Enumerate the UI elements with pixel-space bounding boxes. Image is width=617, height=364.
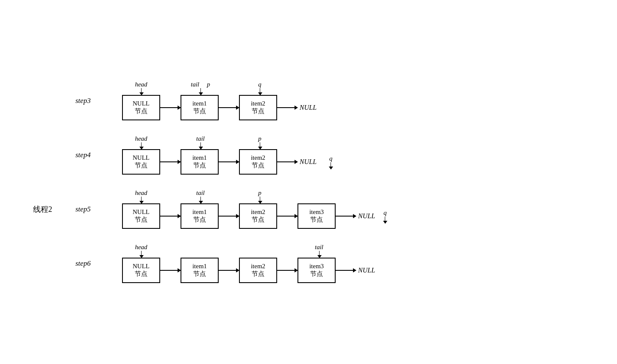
- step5-node0-top: NULL: [133, 208, 150, 216]
- step6-arrow1: [219, 270, 239, 271]
- step4-node0-bot: 节点: [135, 161, 147, 169]
- step6-tail-ptr: tail: [315, 244, 323, 251]
- step3-row: step3 head tail p: [122, 81, 563, 120]
- step5-end-null: NULL: [358, 212, 375, 220]
- step3-node1: item1 节点: [181, 95, 219, 120]
- step5-node2-bot: 节点: [252, 216, 264, 224]
- step4-node1: item1 节点: [181, 149, 219, 175]
- step5-node1-bot: 节点: [193, 216, 206, 224]
- step4-label: step4: [75, 151, 91, 159]
- step4-arrow1: [219, 161, 239, 162]
- step5-node0-bot: 节点: [135, 216, 147, 224]
- step6-row: step6 head tail: [122, 244, 563, 283]
- step4-node1-bot: 节点: [193, 161, 206, 169]
- step6-node0: NULL 节点: [122, 258, 160, 283]
- step4-head-ptr: head: [135, 135, 147, 142]
- step6-arrow3: [336, 270, 356, 271]
- step6-arrow0: [160, 270, 181, 271]
- step3-p-ptr: p: [207, 81, 210, 88]
- step5-arrow3: [336, 216, 356, 217]
- step3-node2-top: item2: [251, 100, 265, 107]
- step5-node3-top: item3: [309, 208, 324, 216]
- step6-node1: item1 节点: [181, 258, 219, 283]
- step4-arrow2: [277, 161, 297, 162]
- step3-node0: NULL 节点: [122, 95, 160, 120]
- step6-node1-bot: 节点: [193, 270, 206, 278]
- step6-node2: item2 节点: [239, 258, 277, 283]
- step3-end-null: NULL: [300, 104, 317, 111]
- step4-end-null: NULL: [300, 158, 317, 166]
- step6-label: step6: [75, 259, 91, 268]
- step3-arrow1: [219, 107, 239, 108]
- step5-node1-top: item1: [192, 208, 207, 216]
- thread2-label: 线程2: [33, 204, 52, 214]
- step6-node1-top: item1: [192, 263, 207, 270]
- step6-node3-top: item3: [309, 263, 324, 270]
- step5-arrow1: [219, 216, 239, 217]
- step3-label: step3: [75, 97, 91, 105]
- step6-head-ptr: head: [135, 244, 147, 251]
- step3-node2-bot: 节点: [252, 107, 264, 115]
- step5-p-ptr: p: [258, 189, 261, 197]
- step5-chain: NULL 节点 item1 节点 item2 节点 item3 节点: [122, 203, 563, 229]
- step6-node0-bot: 节点: [135, 270, 147, 278]
- step5-node2-top: item2: [251, 208, 265, 216]
- step6-arrow2: [277, 270, 297, 271]
- step6-node2-top: item2: [251, 263, 265, 270]
- step3-tail-ptr: tail: [191, 81, 199, 88]
- step4-node2-top: item2: [251, 154, 265, 161]
- step3-arrow0: [160, 107, 181, 108]
- step5-node0: NULL 节点: [122, 203, 160, 229]
- step3-head-ptr: head: [135, 81, 147, 88]
- step6-node3: item3 节点: [297, 258, 336, 283]
- step6-node3-bot: 节点: [310, 270, 323, 278]
- step5-node3: item3 节点: [297, 203, 336, 229]
- step4-arrow0: [160, 161, 181, 162]
- step4-node0-top: NULL: [133, 154, 150, 161]
- step5-q-ptr: q: [384, 209, 387, 217]
- step5-head-ptr: head: [135, 189, 147, 197]
- step5-tail-ptr: tail: [196, 189, 205, 197]
- step5-label: step5: [75, 205, 91, 214]
- step5-node2: item2 节点: [239, 203, 277, 229]
- step3-node1-top: item1: [192, 100, 207, 107]
- step3-node0-bot: 节点: [135, 107, 147, 115]
- step4-q-float: q: [329, 155, 333, 169]
- step6-end-null: NULL: [358, 267, 375, 274]
- step3-q-ptr: q: [258, 81, 261, 88]
- step5-arrow2: [277, 216, 297, 217]
- step5-row: step5 线程2 head tail p: [122, 189, 563, 229]
- step3-node1-bot: 节点: [193, 107, 206, 115]
- step6-chain: NULL 节点 item1 节点 item2 节点 item3 节点: [122, 258, 563, 283]
- step4-row: step4 head tail p: [122, 135, 563, 175]
- step3-node2: item2 节点: [239, 95, 277, 120]
- step3-chain: NULL 节点 item1 节点 item2 节点 NULL: [122, 95, 563, 120]
- step4-q-ptr: q: [329, 155, 333, 162]
- step3-node0-top: NULL: [133, 100, 150, 107]
- step6-node2-bot: 节点: [252, 270, 264, 278]
- step5-q-float: q: [384, 209, 387, 223]
- step4-tail-ptr: tail: [196, 135, 205, 142]
- step4-chain: NULL 节点 item1 节点 item2 节点 NULL q: [122, 149, 563, 175]
- diagram: step3 head tail p: [54, 72, 563, 292]
- step4-node2: item2 节点: [239, 149, 277, 175]
- step5-node3-bot: 节点: [310, 216, 323, 224]
- step5-node1: item1 节点: [181, 203, 219, 229]
- step6-node0-top: NULL: [133, 263, 150, 270]
- step4-p-ptr: p: [258, 135, 261, 142]
- step4-node0: NULL 节点: [122, 149, 160, 175]
- step5-arrow0: [160, 216, 181, 217]
- step4-node2-bot: 节点: [252, 161, 264, 169]
- step3-arrow2: [277, 107, 297, 108]
- step4-node1-top: item1: [192, 154, 207, 161]
